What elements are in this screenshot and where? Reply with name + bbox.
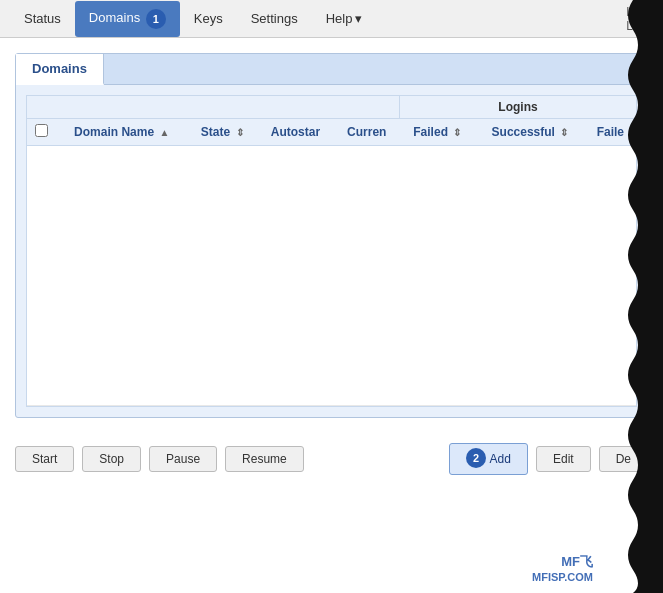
watermark-top: MF飞 <box>561 553 593 571</box>
nav-item-status[interactable]: Status <box>10 3 75 34</box>
nav-domains-label: Domains <box>89 10 140 25</box>
state-sort-icon: ⇕ <box>236 127 244 138</box>
start-button[interactable]: Start <box>15 446 74 472</box>
col-logins-failed[interactable]: Failed ⇕ <box>399 119 475 146</box>
last-label: Last <box>626 19 649 33</box>
add-button-label: Add <box>490 452 511 466</box>
domain-name-label: Domain Name <box>74 125 154 139</box>
nav-right-info: Logg Last <box>626 5 653 33</box>
state-label: State <box>201 125 230 139</box>
nav-item-settings[interactable]: Settings <box>237 3 312 34</box>
pause-button[interactable]: Pause <box>149 446 217 472</box>
col-autostart[interactable]: Autostar <box>257 119 334 146</box>
col-empty-header <box>56 96 399 119</box>
top-nav-bar: Status Domains 1 Keys Settings Help ▾ Lo… <box>0 0 663 38</box>
domains-table: Logins Domain Name ▲ State ⇕ <box>27 96 636 406</box>
col-logins-failed2[interactable]: Faile <box>585 119 636 146</box>
domain-sort-icon: ▲ <box>159 127 169 138</box>
col-domain-name[interactable]: Domain Name ▲ <box>56 119 188 146</box>
logins-failed-sort-icon: ⇕ <box>453 127 461 138</box>
add-badge: 2 <box>466 448 486 468</box>
col-logins-successful[interactable]: Successful ⇕ <box>475 119 585 146</box>
logins-successful-label: Successful <box>492 125 555 139</box>
domains-tab-container: Domains Logins Domain Name <box>15 53 648 418</box>
nav-domains-badge: 1 <box>146 9 166 29</box>
col-checkbox <box>27 119 56 146</box>
add-button[interactable]: 2 Add <box>449 443 528 475</box>
nav-item-domains[interactable]: Domains 1 <box>75 1 180 37</box>
nav-item-keys[interactable]: Keys <box>180 3 237 34</box>
resume-button[interactable]: Resume <box>225 446 304 472</box>
delete-button[interactable]: De <box>599 446 648 472</box>
table-body <box>27 146 636 406</box>
logins-successful-sort-icon: ⇕ <box>560 127 568 138</box>
main-content: Domains Logins Domain Name <box>0 38 663 428</box>
nav-item-help[interactable]: Help ▾ <box>312 3 377 34</box>
col-checkbox-header <box>27 96 56 119</box>
autostart-label: Autostar <box>271 125 320 139</box>
table-empty-row <box>27 146 636 406</box>
domains-table-area: Logins Domain Name ▲ State ⇕ <box>26 95 637 407</box>
bottom-toolbar: Start Stop Pause Resume 2 Add Edit De <box>0 433 663 485</box>
select-all-checkbox[interactable] <box>35 124 48 137</box>
nav-help-dropdown-icon: ▾ <box>355 11 362 26</box>
tab-header: Domains <box>16 54 647 85</box>
stop-button[interactable]: Stop <box>82 446 141 472</box>
logged-as-label: Logg <box>626 5 653 19</box>
logins-group-header: Logins <box>399 96 636 119</box>
col-state[interactable]: State ⇕ <box>188 119 257 146</box>
tab-domains[interactable]: Domains <box>16 54 104 85</box>
table-empty-cell <box>27 146 636 406</box>
logins-failed-label: Failed <box>413 125 448 139</box>
nav-menu: Status Domains 1 Keys Settings Help ▾ <box>10 1 376 37</box>
logins-failed2-label: Faile <box>597 125 624 139</box>
watermark-bottom: MFISP.COM <box>532 571 593 583</box>
current-label: Curren <box>347 125 386 139</box>
col-current[interactable]: Curren <box>334 119 399 146</box>
watermark: MF飞 MFISP.COM <box>532 553 593 583</box>
nav-help-label: Help <box>326 11 353 26</box>
edit-button[interactable]: Edit <box>536 446 591 472</box>
